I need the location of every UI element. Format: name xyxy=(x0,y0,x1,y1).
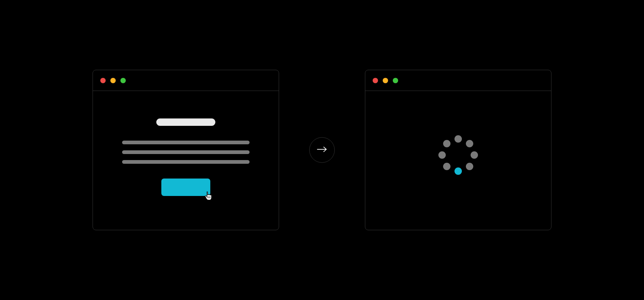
title-bar xyxy=(365,70,551,91)
spinner-dot xyxy=(443,163,450,170)
spinner-dot xyxy=(438,151,446,159)
title-bar xyxy=(93,70,279,91)
content-stack xyxy=(122,118,250,196)
spinner-dot xyxy=(454,167,462,175)
diagram-container xyxy=(93,70,551,230)
arrow-right-icon xyxy=(317,146,327,154)
minimize-icon[interactable] xyxy=(383,78,388,83)
paragraph-line xyxy=(122,141,250,144)
spinner-dot xyxy=(454,135,462,143)
close-icon[interactable] xyxy=(100,78,106,83)
primary-action-button[interactable] xyxy=(161,179,210,196)
maximize-icon[interactable] xyxy=(393,78,398,83)
spinner-dot xyxy=(466,140,473,147)
spinner-dot xyxy=(471,151,478,159)
window-before xyxy=(93,70,279,230)
window-body-after xyxy=(365,91,551,230)
paragraph-placeholder xyxy=(122,141,250,164)
minimize-icon[interactable] xyxy=(110,78,116,83)
paragraph-line xyxy=(122,150,250,154)
loading-spinner-icon xyxy=(438,135,478,175)
title-placeholder xyxy=(156,118,215,126)
close-icon[interactable] xyxy=(373,78,378,83)
pointer-cursor-icon xyxy=(204,191,212,201)
spinner-dot xyxy=(466,163,473,170)
spinner-dot xyxy=(443,140,450,147)
paragraph-line xyxy=(122,160,250,164)
maximize-icon[interactable] xyxy=(120,78,126,83)
window-body-before xyxy=(93,91,279,230)
window-after xyxy=(365,70,551,230)
transition-arrow xyxy=(309,137,335,163)
